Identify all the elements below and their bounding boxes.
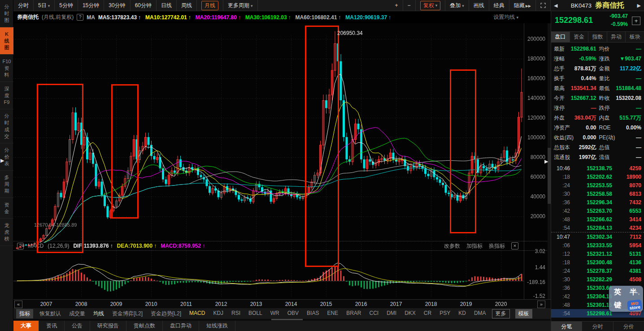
bottom-tab[interactable]: 盘口异动 [163,321,199,331]
bottom-tab[interactable]: 短线涨跌 [199,321,235,331]
macd-link[interactable]: 换指标 [489,242,505,250]
timeframe-monthly[interactable]: 月线 [197,0,223,11]
indicator-item[interactable]: KDJ [209,310,227,318]
drawn-rect-annotation[interactable] [111,84,139,219]
horizontal-scrollbar-thumb[interactable] [271,319,303,320]
tick-row[interactable]: :18152202.6218900 [551,172,644,181]
tick-row[interactable]: 10:46152138.754259 [551,164,644,172]
tick-row[interactable]: :54152284.134234 [551,224,644,232]
indicator-lead-button[interactable]: 指标 [16,309,33,318]
timeframe-weekly[interactable]: 周线 [177,0,197,11]
quote-tab[interactable]: 资金 [570,32,589,42]
zoom-out-button[interactable]: − [403,0,416,11]
drawn-rect-annotation[interactable] [305,26,339,267]
tick-row[interactable]: :18152300.484136 [551,258,644,267]
macd-link[interactable]: 加指标 [466,242,483,250]
indicator-item[interactable]: ENE [323,310,342,318]
quote-tab[interactable]: 板块 [626,32,644,42]
indicator-item[interactable]: BIAS [303,310,323,318]
sidebar-collapse-handle[interactable]: ▶ [0,158,4,163]
indicator-item[interactable]: WR [266,310,283,318]
timeframe-more-periods[interactable]: 更多周期▾ [223,0,258,11]
timeframe-30min[interactable]: 30分钟 [104,0,130,11]
zoom-in-button[interactable]: + [391,0,403,11]
indicator-item[interactable]: 资金趋势[L2] [147,310,185,318]
next-symbol-button[interactable]: ▶ [637,3,641,9]
sidebar-item-minute-chart[interactable]: 分时图 [0,0,13,27]
indicator-item[interactable]: 均线 [89,310,108,318]
sidebar-item-dragon-tiger-list[interactable]: 龙虎榜 [0,219,13,246]
sidebar-item-price-table[interactable]: 分价表 [0,143,13,171]
scroll-left-button[interactable]: « [14,301,22,308]
sidebar-item-kline-chart[interactable]: K线图 [0,27,13,55]
indicator-item[interactable]: MACD [185,310,209,318]
sidebar-item-depth-f9[interactable]: 深度F9 [0,82,13,109]
stat-value: — [636,46,641,52]
tick-view-tab[interactable]: 分笔 [551,322,582,331]
quote-tab[interactable]: 异动 [607,32,626,42]
bottom-tab[interactable]: 贡献点数 [126,321,163,331]
timeframe-60min[interactable]: 60分钟 [131,0,157,11]
indicator-item[interactable]: 恢复默认 [35,310,65,318]
timeframe-15min[interactable]: 15分钟 [78,0,104,11]
timeframe-5min[interactable]: 5分钟 [55,0,78,11]
indicator-item[interactable]: CCI [365,310,383,318]
hide-button[interactable]: 隐藏▶▶ [509,0,536,11]
indicator-item[interactable]: DKX [400,310,420,318]
indicator-item[interactable]: PSY [435,310,454,318]
drawn-rect-annotation[interactable] [37,84,83,253]
indicator-item[interactable]: BOLL [244,310,266,318]
indicator-item[interactable]: CR [420,310,435,318]
ma-settings-button[interactable]: 设置均线 ▾ [493,13,518,21]
indicator-item[interactable]: 资金博弈[L2] [108,310,147,318]
tick-row[interactable]: :06152333.555954 [551,241,644,249]
help-icon[interactable]: ? [77,14,83,21]
sidebar-item-funds[interactable]: 资金 [0,198,13,219]
sidebar-item-intraday-trades[interactable]: 分时成交 [0,109,13,143]
vertical-scrollbar-thumb[interactable] [548,148,551,204]
classic-button[interactable]: 经典 [489,0,509,11]
timeframe-daily[interactable]: 日线 [157,0,177,11]
tick-view-tab[interactable]: 分时 [582,322,613,331]
help-icon[interactable]: ? [17,243,24,249]
tick-row[interactable]: :24152253.558070 [551,181,644,189]
tick-row[interactable]: :24152278.374381 [551,267,644,275]
fullscreen-button[interactable] [536,0,551,11]
bottom-tab[interactable]: 研究报告 [90,321,126,331]
bottom-tab[interactable]: 资讯 [39,321,65,331]
tick-row[interactable]: :36152296.347432 [551,198,644,206]
macd-link[interactable]: 改参数 [444,242,460,250]
tick-row[interactable]: :12152321.125131 [551,249,644,258]
tick-row[interactable]: :30152258.586813 [551,189,644,198]
quote-tab[interactable]: 指数 [588,32,607,42]
tick-view-tab[interactable]: 分价 [614,322,644,331]
timeframe-fenshi[interactable]: 分时 [13,0,34,11]
tick-row[interactable]: :30152282.294508 [551,275,644,284]
indicator-item[interactable]: BRAR [342,310,365,318]
indicator-item[interactable]: KD [454,310,470,318]
add-to-watchlist-button[interactable]: + [632,17,640,25]
tick-row[interactable]: :42152263.706553 [551,206,644,215]
indicator-item[interactable]: DMI [383,310,400,318]
overlay-button[interactable]: 叠加▾ [445,0,469,11]
panel-collapse-handle[interactable]: ▶ [544,159,548,164]
bottom-tab[interactable]: 大事 [13,321,39,331]
tick-row[interactable]: 10:47152302.347112 [551,232,644,241]
prev-symbol-button[interactable]: ◀ [554,3,557,9]
bottom-tab[interactable]: 公告 [65,321,90,331]
indicator-item[interactable]: DMA [470,310,490,318]
indicator-item[interactable]: RSI [227,310,244,318]
indicator-item[interactable]: OBV [283,310,303,318]
fuquan-button[interactable]: 复权▾ [416,0,446,11]
quote-tab[interactable]: 盘口 [551,32,570,42]
tick-row[interactable]: :48152266.623414 [551,215,644,224]
template-button[interactable]: 模板 [515,309,532,318]
drawn-rect-annotation[interactable] [450,69,476,233]
scroll-right-button[interactable]: » [537,301,545,308]
indicator-item[interactable]: 成交量 [65,310,89,318]
timeframe-5d[interactable]: 5日▾ [34,0,55,11]
more-indicators-button[interactable]: 更多 [492,309,510,318]
sidebar-item-f10-info[interactable]: F10资料 [0,55,13,82]
draw-line-button[interactable]: 画线 [469,0,489,11]
sidebar-item-multi-period[interactable]: 多周期 [0,171,13,198]
